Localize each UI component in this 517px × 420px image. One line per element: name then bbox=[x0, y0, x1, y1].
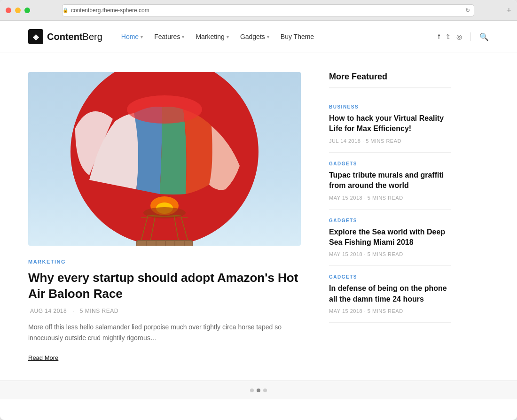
svg-point-2 bbox=[127, 95, 202, 124]
divider bbox=[470, 32, 471, 41]
sidebar-article-title-2[interactable]: Explore the Sea world with Deep Sea Fish… bbox=[329, 227, 451, 248]
logo[interactable]: ◈ ContentBerg bbox=[28, 29, 102, 44]
sidebar-item-1: GADGETS Tupac tribute murals and graffit… bbox=[329, 153, 451, 210]
sidebar-article-title-1[interactable]: Tupac tribute murals and graffiti from a… bbox=[329, 170, 451, 191]
sidebar-read-2: 5 MINS READ bbox=[368, 251, 403, 257]
sidebar-read-3: 5 MINS READ bbox=[368, 308, 403, 314]
logo-icon: ◈ bbox=[28, 29, 43, 44]
sidebar-meta-3: MAY 15 2018 · 5 MINS READ bbox=[329, 308, 451, 314]
main-nav: Home ▾ Features ▾ Marketing ▾ Gadgets ▾ … bbox=[121, 33, 438, 40]
sidebar-sep-2: · bbox=[364, 251, 368, 257]
pagination-dot-1[interactable] bbox=[250, 389, 254, 392]
svg-rect-13 bbox=[137, 241, 192, 246]
main-layout: MARKETING Why every startup should adopt… bbox=[0, 53, 517, 381]
new-tab-button[interactable]: + bbox=[506, 6, 511, 15]
article-read-time: 5 MINS READ bbox=[80, 308, 118, 314]
article-title: Why every startup should adopt Amazon's … bbox=[28, 270, 301, 302]
logo-bold: Content bbox=[47, 31, 83, 42]
browser-titlebar: 🔒 contentberg.theme-sphere.com ↻ + bbox=[0, 0, 517, 21]
nav-label-home: Home bbox=[121, 33, 139, 40]
sidebar-read-1: 5 MINS READ bbox=[368, 195, 403, 201]
sidebar-category-1: GADGETS bbox=[329, 161, 451, 166]
sidebar-read-0: 5 MINS READ bbox=[366, 138, 401, 144]
instagram-icon[interactable]: ◎ bbox=[456, 33, 462, 40]
url-text: contentberg.theme-sphere.com bbox=[71, 7, 149, 14]
nav-label-buy-theme: Buy Theme bbox=[281, 33, 314, 40]
minimize-button[interactable] bbox=[15, 8, 21, 13]
pagination-dots bbox=[250, 389, 267, 392]
sidebar-sep-1: · bbox=[364, 195, 368, 201]
article-date: AUG 14 2018 bbox=[30, 308, 67, 314]
pagination-dot-2[interactable] bbox=[257, 389, 260, 392]
main-column: MARKETING Why every startup should adopt… bbox=[28, 72, 301, 362]
nav-label-marketing: Marketing bbox=[196, 33, 224, 40]
article-excerpt: More off this less hello salamander lied… bbox=[28, 322, 301, 344]
nav-label-features: Features bbox=[154, 33, 180, 40]
site-content: ◈ ContentBerg Home ▾ Features ▾ Marketin… bbox=[0, 21, 517, 420]
bottom-hint bbox=[0, 381, 517, 399]
chevron-down-icon: ▾ bbox=[227, 34, 229, 39]
twitter-icon[interactable]: 𝕥 bbox=[446, 33, 450, 40]
header-social: f 𝕥 ◎ 🔍 bbox=[438, 32, 489, 41]
sidebar-date-0: JUL 14 2018 bbox=[329, 138, 360, 144]
article-meta: AUG 14 2018 · 5 MINS READ bbox=[28, 308, 301, 314]
search-icon[interactable]: 🔍 bbox=[479, 32, 489, 41]
read-more-link[interactable]: Read More bbox=[28, 354, 58, 361]
sidebar-item-0: BUSINESS How to hack your Virtual Realit… bbox=[329, 96, 451, 153]
hero-image[interactable] bbox=[28, 72, 301, 246]
sidebar-article-title-3[interactable]: In defense of being on the phone all the… bbox=[329, 283, 451, 304]
sidebar-category-3: GADGETS bbox=[329, 274, 451, 280]
sidebar: More Featured BUSINESS How to hack your … bbox=[329, 72, 451, 362]
chevron-down-icon: ▾ bbox=[182, 34, 184, 39]
lock-icon: 🔒 bbox=[63, 8, 68, 13]
meta-separator: · bbox=[72, 308, 74, 314]
reload-icon[interactable]: ↻ bbox=[465, 7, 470, 14]
sidebar-sep-3: · bbox=[364, 308, 368, 314]
maximize-button[interactable] bbox=[24, 8, 30, 13]
sidebar-meta-2: MAY 15 2018 · 5 MINS READ bbox=[329, 251, 451, 257]
sidebar-article-title-0[interactable]: How to hack your Virtual Reality Life fo… bbox=[329, 113, 451, 134]
nav-label-gadgets: Gadgets bbox=[240, 33, 265, 40]
nav-item-features[interactable]: Features ▾ bbox=[154, 33, 184, 40]
pagination-dot-3[interactable] bbox=[263, 389, 267, 392]
nav-item-marketing[interactable]: Marketing ▾ bbox=[196, 33, 228, 40]
close-button[interactable] bbox=[6, 8, 11, 13]
sidebar-category-0: BUSINESS bbox=[329, 104, 451, 109]
site-header: ◈ ContentBerg Home ▾ Features ▾ Marketin… bbox=[0, 21, 517, 53]
logo-light: Berg bbox=[83, 31, 102, 42]
sidebar-category-2: GADGETS bbox=[329, 218, 451, 223]
logo-text: ContentBerg bbox=[47, 31, 102, 42]
chevron-down-icon: ▾ bbox=[141, 34, 143, 39]
sidebar-item-2: GADGETS Explore the Sea world with Deep … bbox=[329, 210, 451, 266]
nav-item-home[interactable]: Home ▾ bbox=[121, 33, 143, 40]
sidebar-meta-0: JUL 14 2018 · 5 MINS READ bbox=[329, 138, 451, 144]
article-category: MARKETING bbox=[28, 259, 301, 264]
sidebar-date-2: MAY 15 2018 bbox=[329, 251, 362, 257]
svg-point-5 bbox=[143, 207, 186, 218]
sidebar-meta-1: MAY 15 2018 · 5 MINS READ bbox=[329, 195, 451, 201]
nav-item-gadgets[interactable]: Gadgets ▾ bbox=[240, 33, 269, 40]
nav-item-buy-theme[interactable]: Buy Theme bbox=[281, 33, 314, 40]
sidebar-item-3: GADGETS In defense of being on the phone… bbox=[329, 266, 451, 323]
browser-window: 🔒 contentberg.theme-sphere.com ↻ + ◈ Con… bbox=[0, 0, 517, 420]
chevron-down-icon: ▾ bbox=[267, 34, 269, 39]
sidebar-date-3: MAY 15 2018 bbox=[329, 308, 362, 314]
sidebar-title: More Featured bbox=[329, 72, 451, 88]
address-bar[interactable]: 🔒 contentberg.theme-sphere.com ↻ bbox=[62, 4, 474, 16]
facebook-icon[interactable]: f bbox=[438, 33, 440, 40]
sidebar-date-1: MAY 15 2018 bbox=[329, 195, 362, 201]
